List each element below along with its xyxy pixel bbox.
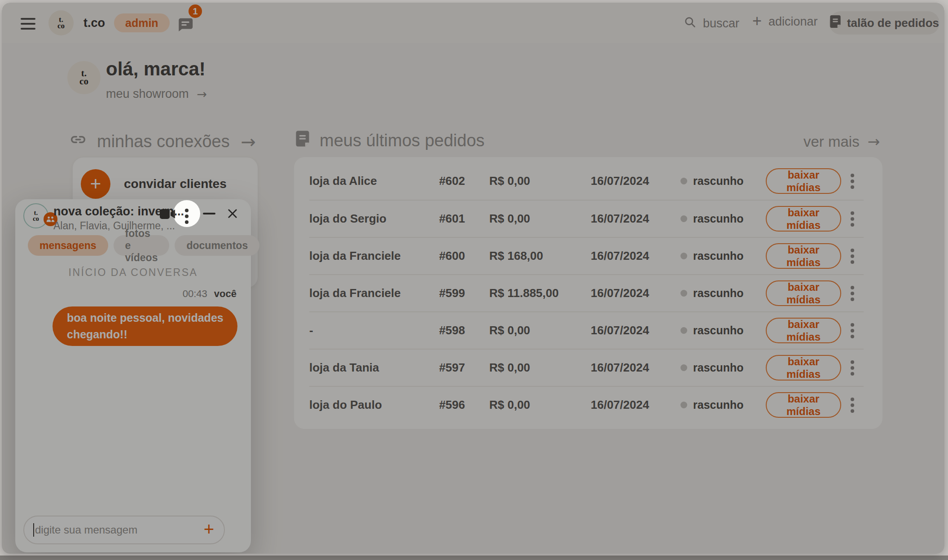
chat-icon[interactable] <box>177 17 193 33</box>
chat-more-options-icon[interactable] <box>185 206 189 226</box>
table-row[interactable]: loja da Tania #597 R$ 0,00 16/07/2024 ra… <box>309 349 864 386</box>
row-more-icon[interactable] <box>851 366 854 370</box>
order-date: 16/07/2024 <box>591 324 680 337</box>
orders-title: meus últimos pedidos <box>320 131 485 150</box>
role-badge[interactable]: admin <box>114 13 170 32</box>
invite-clients-button[interactable]: + convidar clientes <box>73 158 258 199</box>
download-media-button[interactable]: baixar mídias <box>766 355 841 381</box>
row-more-icon[interactable] <box>851 254 854 258</box>
brand-logo: t.co <box>57 17 65 30</box>
order-date: 16/07/2024 <box>591 174 680 188</box>
hamburger-menu-icon[interactable] <box>21 15 35 33</box>
chat-avatar-logo: t.co <box>33 210 39 222</box>
screen: t.co t.co admin 1 buscar <box>0 0 948 560</box>
order-number: #598 <box>427 324 465 337</box>
table-row[interactable]: loja da Franciele #599 R$ 11.885,00 16/0… <box>309 274 864 311</box>
row-more-icon[interactable] <box>851 292 854 295</box>
see-more-arrow-icon: → <box>868 133 880 150</box>
table-row[interactable]: loja da Franciele #600 R$ 168,00 16/07/2… <box>309 237 864 274</box>
order-number: #601 <box>427 212 465 226</box>
tab-fotos-videos[interactable]: fotos e vídeos <box>114 235 170 256</box>
order-date: 16/07/2024 <box>591 212 680 226</box>
minimize-icon[interactable] <box>203 213 215 214</box>
table-row[interactable]: - #598 R$ 0,00 16/07/2024 rascunho baixa… <box>309 311 864 349</box>
orders-icon <box>295 131 310 151</box>
order-value: R$ 0,00 <box>465 174 591 188</box>
message-meta: 00:43 você <box>183 288 237 300</box>
status-dot-icon <box>680 253 687 259</box>
showroom-link[interactable]: meu showroom → <box>106 87 207 101</box>
order-pad-button[interactable]: talão de pedidos <box>829 11 939 35</box>
table-row[interactable]: loja da Alice #602 R$ 0,00 16/07/2024 ra… <box>309 162 864 200</box>
order-date: 16/07/2024 <box>591 286 680 300</box>
order-status: rascunho <box>680 398 766 411</box>
order-store: loja do Paulo <box>309 398 427 412</box>
row-more-icon[interactable] <box>851 329 854 332</box>
download-media-button[interactable]: baixar mídias <box>766 243 841 269</box>
arrow-right-icon: → <box>197 87 207 101</box>
connections-arrow-icon[interactable]: → <box>241 131 256 152</box>
app-window: t.co t.co admin 1 buscar <box>2 3 944 554</box>
row-more-icon[interactable] <box>851 179 854 183</box>
table-row[interactable]: loja do Paulo #596 R$ 0,00 16/07/2024 ra… <box>309 386 864 423</box>
video-call-icon[interactable] <box>160 208 175 222</box>
order-number: #602 <box>427 174 465 188</box>
order-pad-label: talão de pedidos <box>847 16 939 30</box>
plus-icon: + <box>752 13 762 29</box>
order-value: R$ 0,00 <box>465 212 591 226</box>
table-row[interactable]: loja do Sergio #601 R$ 0,00 16/07/2024 r… <box>309 200 864 237</box>
add-button[interactable]: + adicionar <box>752 14 818 29</box>
order-store: loja da Tania <box>309 361 427 375</box>
add-label: adicionar <box>768 15 818 29</box>
workspace-name: t.co <box>83 16 105 30</box>
status-dot-icon <box>680 327 687 334</box>
close-icon[interactable] <box>226 207 239 222</box>
order-number: #597 <box>427 361 465 375</box>
download-media-button[interactable]: baixar mídias <box>766 280 841 306</box>
greeting-avatar: t.co <box>67 61 101 94</box>
brand-avatar[interactable]: t.co <box>48 10 74 35</box>
order-number: #600 <box>427 249 465 263</box>
order-status: rascunho <box>680 287 766 300</box>
row-more-icon[interactable] <box>851 403 854 407</box>
chat-notification-badge: 1 <box>189 4 202 18</box>
order-status: rascunho <box>680 249 766 262</box>
tab-mensagens[interactable]: mensagens <box>28 235 108 256</box>
attach-plus-icon[interactable]: + <box>204 520 214 538</box>
order-date: 16/07/2024 <box>591 398 680 412</box>
tab-documentos[interactable]: documentos <box>175 235 259 256</box>
order-date: 16/07/2024 <box>591 361 680 375</box>
download-media-button[interactable]: baixar mídias <box>766 318 841 343</box>
order-number: #599 <box>427 286 465 300</box>
top-navbar: t.co t.co admin 1 buscar <box>2 3 944 43</box>
chat-input-container: + <box>23 516 225 544</box>
order-date: 16/07/2024 <box>591 249 680 263</box>
download-media-button[interactable]: baixar mídias <box>766 168 841 194</box>
message-sender: você <box>214 288 237 300</box>
order-status: rascunho <box>680 212 766 225</box>
download-media-button[interactable]: baixar mídias <box>766 392 841 418</box>
connections-header: minhas conexões → <box>69 131 256 153</box>
see-more-link[interactable]: ver mais → <box>803 133 880 150</box>
order-value: R$ 0,00 <box>465 361 591 375</box>
row-more-icon[interactable] <box>851 217 854 221</box>
order-store: loja da Franciele <box>309 286 427 300</box>
greeting-logo: t.co <box>79 70 88 86</box>
order-number: #596 <box>427 398 465 412</box>
order-store: loja do Sergio <box>309 212 427 226</box>
download-media-button[interactable]: baixar mídias <box>766 206 841 232</box>
message-input[interactable] <box>34 523 204 537</box>
status-dot-icon <box>680 178 687 184</box>
status-dot-icon <box>680 364 687 371</box>
orders-header: meus últimos pedidos <box>295 131 485 151</box>
search-button[interactable]: buscar <box>684 16 739 31</box>
link-icon <box>69 131 87 153</box>
order-store: loja da Alice <box>309 174 427 188</box>
conversation-start-label: INÍCIO DA CONVERSA <box>15 267 251 279</box>
invite-plus-icon: + <box>81 169 110 199</box>
order-status: rascunho <box>680 175 766 188</box>
search-icon <box>684 16 696 31</box>
search-label: buscar <box>703 17 739 31</box>
status-dot-icon <box>680 402 687 408</box>
order-value: R$ 0,00 <box>465 398 591 412</box>
